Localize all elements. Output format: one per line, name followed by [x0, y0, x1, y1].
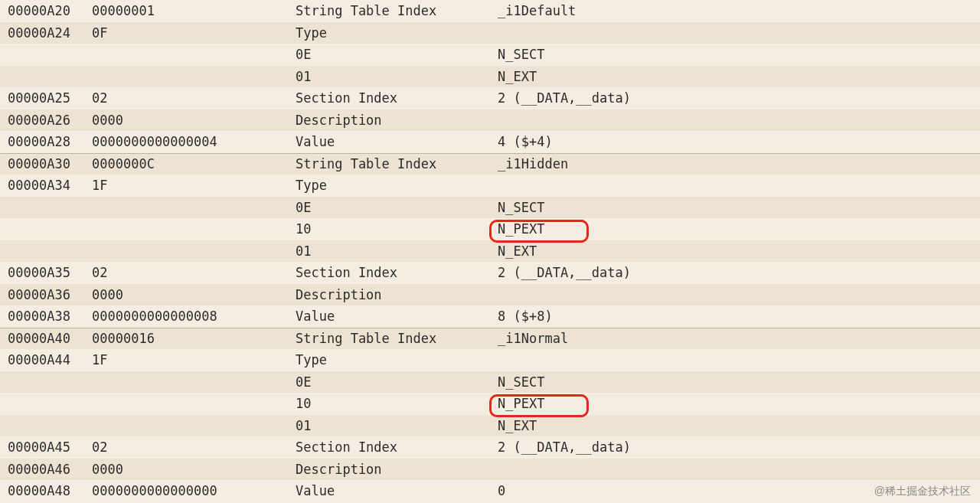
offset-cell: 00000A35 — [8, 265, 92, 280]
table-row[interactable]: 10N_PEXT — [0, 218, 980, 240]
data-cell: 0000000000000000 — [92, 483, 296, 498]
data-cell: 00000016 — [92, 331, 296, 346]
data-cell: 0000000C — [92, 156, 296, 171]
value-text: 2 (__DATA,__data) — [498, 439, 631, 455]
table-row[interactable]: 00000A260000Description — [0, 109, 980, 132]
description-cell: String Table Index — [296, 3, 498, 18]
description-cell: Type — [296, 178, 498, 193]
data-cell: 0000 — [92, 462, 296, 477]
data-cell: 0000 — [92, 287, 296, 302]
value-cell: 8 ($+8) — [498, 309, 980, 324]
value-cell: N_EXT — [498, 418, 980, 433]
offset-cell: 00000A28 — [8, 134, 92, 149]
description-cell: 0E — [296, 47, 498, 62]
table-row[interactable]: 00000A2000000001String Table Index_i1Def… — [0, 0, 980, 22]
table-row[interactable]: 01N_EXT — [0, 66, 980, 88]
value-cell: N_PEXT — [498, 221, 980, 237]
table-row[interactable]: 00000A360000Description — [0, 284, 980, 306]
table-row[interactable]: 10N_PEXT — [0, 393, 980, 415]
description-cell: Type — [296, 25, 498, 41]
description-cell: String Table Index — [296, 331, 498, 346]
value-text: N_PEXT — [498, 221, 544, 237]
table-row[interactable]: 00000A380000000000000008Value8 ($+8) — [0, 305, 980, 328]
table-row[interactable]: 00000A3502Section Index2 (__DATA,__data) — [0, 262, 980, 284]
description-cell: Value — [296, 483, 498, 498]
table-row[interactable]: 00000A4502Section Index2 (__DATA,__data) — [0, 436, 980, 459]
offset-cell: 00000A44 — [8, 352, 92, 367]
value-text: 4 ($+4) — [498, 134, 553, 149]
description-cell: 10 — [296, 221, 498, 237]
table-row[interactable]: 01N_EXT — [0, 240, 980, 263]
table-row[interactable]: 00000A4000000016String Table Index_i1Nor… — [0, 328, 980, 350]
offset-cell: 00000A45 — [8, 439, 92, 455]
value-text: 2 (__DATA,__data) — [498, 265, 631, 280]
table-row[interactable]: 00000A240FType — [0, 22, 980, 44]
table-row[interactable]: 00000A460000Description — [0, 459, 980, 481]
value-text: N_EXT — [498, 69, 537, 84]
value-cell: _i1Normal — [498, 331, 980, 346]
description-cell: Description — [296, 462, 498, 477]
offset-cell: 00000A40 — [8, 331, 92, 346]
table-row[interactable]: 0EN_SECT — [0, 371, 980, 394]
description-cell: 01 — [296, 418, 498, 433]
description-cell: 01 — [296, 243, 498, 259]
value-text: N_SECT — [498, 374, 544, 390]
value-text: _i1Hidden — [498, 156, 568, 171]
value-text: N_SECT — [498, 200, 544, 215]
description-cell: String Table Index — [296, 156, 498, 171]
data-cell: 1F — [92, 352, 296, 367]
value-text: N_EXT — [498, 418, 537, 433]
value-cell: N_SECT — [498, 200, 980, 215]
description-cell: Value — [296, 309, 498, 324]
description-cell: 0E — [296, 374, 498, 390]
table-row[interactable]: 00000A441FType — [0, 349, 980, 371]
data-cell: 1F — [92, 178, 296, 193]
value-text: 2 (__DATA,__data) — [498, 90, 631, 106]
value-text: _i1Default — [498, 3, 576, 18]
data-cell: 02 — [92, 439, 296, 455]
description-cell: Type — [296, 352, 498, 367]
value-cell: N_PEXT — [498, 396, 980, 411]
value-cell: 4 ($+4) — [498, 134, 980, 149]
data-cell: 0F — [92, 25, 296, 41]
table-row[interactable]: 00000A300000000CString Table Index_i1Hid… — [0, 153, 980, 175]
description-cell: Description — [296, 113, 498, 128]
data-cell: 0000000000000004 — [92, 134, 296, 149]
description-cell: Value — [296, 134, 498, 149]
offset-cell: 00000A24 — [8, 25, 92, 41]
description-cell: Section Index — [296, 265, 498, 280]
description-cell: Description — [296, 287, 498, 302]
table-row[interactable]: 00000A480000000000000000Value0 — [0, 480, 980, 502]
data-cell: 00000001 — [92, 3, 296, 18]
description-cell: 10 — [296, 396, 498, 411]
description-cell: Section Index — [296, 90, 498, 106]
data-cell: 0000 — [92, 113, 296, 128]
data-cell: 02 — [92, 265, 296, 280]
table-row[interactable]: 00000A2502Section Index2 (__DATA,__data) — [0, 87, 980, 109]
value-cell: 2 (__DATA,__data) — [498, 90, 980, 106]
table-row[interactable]: 00000A341FType — [0, 175, 980, 197]
value-cell: N_EXT — [498, 243, 980, 259]
offset-cell: 00000A48 — [8, 483, 92, 498]
value-text: 8 ($+8) — [498, 309, 553, 324]
table-row[interactable]: 0EN_SECT — [0, 197, 980, 219]
offset-cell: 00000A46 — [8, 462, 92, 477]
description-cell: Section Index — [296, 439, 498, 455]
offset-cell: 00000A26 — [8, 113, 92, 128]
value-text: 0 — [498, 483, 505, 498]
table-row[interactable]: 01N_EXT — [0, 415, 980, 437]
value-text: N_PEXT — [498, 396, 544, 411]
table-row[interactable]: 00000A280000000000000004Value4 ($+4) — [0, 131, 980, 153]
value-cell: N_SECT — [498, 47, 980, 62]
offset-cell: 00000A38 — [8, 309, 92, 324]
offset-cell: 00000A25 — [8, 90, 92, 106]
value-text: N_EXT — [498, 243, 537, 259]
table-row[interactable]: 0EN_SECT — [0, 44, 980, 66]
offset-cell: 00000A20 — [8, 3, 92, 18]
hex-table: 00000A2000000001String Table Index_i1Def… — [0, 0, 980, 502]
value-cell: _i1Default — [498, 3, 980, 18]
description-cell: 0E — [296, 200, 498, 215]
data-cell: 0000000000000008 — [92, 309, 296, 324]
data-cell: 02 — [92, 90, 296, 106]
value-text: N_SECT — [498, 47, 544, 62]
